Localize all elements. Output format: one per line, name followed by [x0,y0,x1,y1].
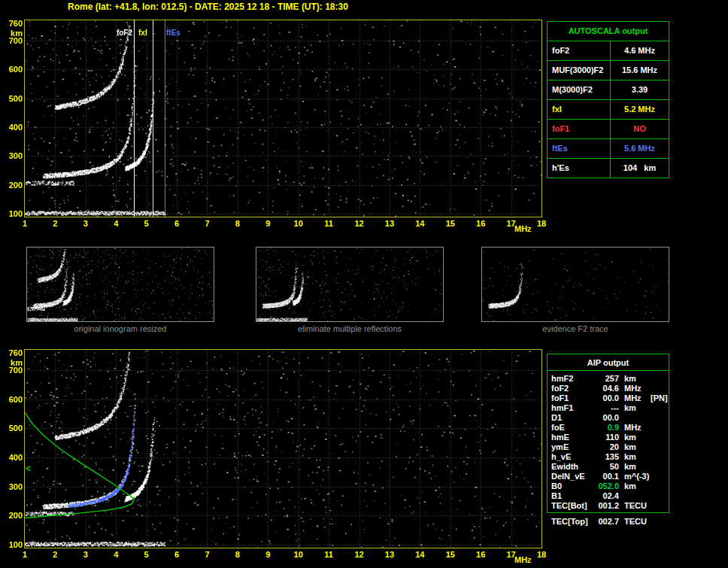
aip-row-hmE: hmE110km [548,433,669,442]
thumbnail-canvas-original [27,248,214,321]
aip-param-label: Ewidth [551,462,593,472]
aip-param-unit: MHz [619,423,651,433]
aip-param-value: --- [593,403,619,413]
autoscala-param-label: foF2 [548,41,611,60]
aip-param-extra [651,517,669,527]
scaled-ionogram-ytick-600: 600 [3,65,23,74]
profile-ionogram-xtick-18: 18 [533,550,550,559]
aip-param-extra [651,442,669,452]
aip-param-extra [651,423,669,433]
aip-param-label: DelN_vE [551,472,593,481]
scaled-ionogram-xtick-14: 14 [411,219,428,228]
aip-param-unit: km [619,462,651,472]
aip-param-extra [651,403,669,413]
scaled-ionogram-xtick-7: 7 [199,219,215,228]
scaled-ionogram-canvas [24,20,542,217]
thumbnail-caption-evidence: evidence F2 trace [481,324,669,333]
aip-row-TEC[Bot]: TEC[Bot]001.2TECU [548,501,669,511]
scaled-ionogram-ytick-760: 760 [3,19,23,28]
autoscala-param-label: ftEs [548,139,611,158]
scaled-ionogram-ytick-400: 400 [3,123,23,132]
aip-row-foF2: foF204.6MHz [548,384,669,393]
profile-left-marker: < [26,465,31,473]
aip-param-label: h_vE [551,452,593,462]
profile-ionogram-xtick-11: 11 [320,550,337,559]
autoscala-param-value: 3.39 [611,80,669,99]
scaled-ionogram-xtick-9: 9 [259,219,276,228]
aip-param-value: 001.2 [593,501,619,511]
autoscala-table-title: AUTOSCALA output [548,22,669,41]
profile-ionogram-xtick-8: 8 [229,550,246,559]
aip-param-extra [651,481,669,491]
aip-param-extra [651,374,669,384]
thumbnail-caption-original: original ionogram resized [26,324,214,333]
scaled-ionogram-xtick-11: 11 [320,219,337,228]
autoscala-param-value: 4.6 MHz [611,41,669,60]
scaled-ionogram-xtick-4: 4 [108,219,124,228]
profile-ionogram-x-unit: MHz [514,555,532,564]
page-title: Rome (lat: +41.8, lon: 012.5) - DATE: 20… [68,2,348,12]
aip-param-value: 00.0 [593,393,619,403]
profile-ionogram-canvas [24,349,542,548]
autoscala-param-value: 15.6 MHz [611,61,669,80]
aip-param-value: 04.6 [593,384,619,393]
profile-ionogram-ytick-700: 700 [3,366,23,375]
scaled-ionogram-xtick-3: 3 [77,219,94,228]
aip-param-unit [619,491,651,501]
aip-param-value: 00.1 [593,472,619,481]
aip-row-hmF1: hmF1---km [548,403,669,413]
aip-param-unit: km [619,442,651,452]
aip-param-label: hmE [551,433,593,442]
aip-param-extra [651,413,669,423]
aip-param-unit: MHz [619,393,651,403]
scaled-ionogram-xtick-1: 1 [17,219,33,228]
aip-param-extra [651,501,669,511]
aip-param-unit: TECU [619,517,651,527]
aip-tec-top-row: TEC[Top]002.7TECU [547,517,669,527]
aip-row-TEC[Top]: TEC[Top]002.7TECU [547,517,669,527]
aip-param-extra: [PN] [651,393,670,403]
aip-param-value: 135 [593,452,619,462]
aip-param-unit: m^(-3) [619,472,651,481]
aip-output-table: AIP output hmF2257kmfoF204.6MHzfoF100.0M… [547,354,669,513]
profile-ionogram-ytick-760: 760 [3,348,23,357]
aip-param-unit: TECU [619,501,651,511]
aip-param-unit: km [619,452,651,462]
autoscala-row-ftEs: ftEs5.6 MHz [548,138,669,158]
autoscala-table-rows: foF24.6 MHzMUF(3000)F215.6 MHzM(3000)F23… [548,41,669,178]
profile-ionogram-xtick-15: 15 [442,550,459,559]
aip-param-extra [651,384,669,393]
scaled-ionogram-x-unit: MHz [514,224,532,233]
aip-row-hmF2: hmF2257km [548,374,669,384]
profile-ionogram-ytick-200: 200 [3,511,23,520]
scaled-ionogram-ytick-500: 500 [3,94,23,103]
autoscala-param-value: 5.2 MHz [611,100,669,119]
aip-param-label: hmF2 [551,374,593,384]
profile-ionogram-xtick-12: 12 [351,550,368,559]
aip-param-label: TEC[Top] [551,517,593,527]
aip-param-unit: km [619,374,651,384]
aip-row-ymE: ymE20km [548,442,669,452]
scaled-ionogram-xtick-15: 15 [442,219,459,228]
profile-ionogram-xtick-7: 7 [199,550,215,559]
aip-param-label: ymE [551,442,593,452]
aip-param-label: foE [551,423,593,433]
autoscala-row-M(3000)F2: M(3000)F23.39 [548,80,669,99]
autoscala-row-h'Es: h'Es104 km [548,158,669,178]
profile-ionogram-xtick-3: 3 [77,550,94,559]
aip-param-extra [651,433,669,442]
aip-param-label: foF1 [551,393,593,403]
autoscala-row-foF2: foF24.6 MHz [548,41,669,60]
profile-ionogram-xtick-1: 1 [17,550,33,559]
autoscala-param-value: 104 km [611,159,669,178]
foF2-marker-label: foF2 [110,29,132,37]
scaled-ionogram-xtick-12: 12 [351,219,368,228]
aip-param-value: 110 [593,433,619,442]
profile-ionogram-y-unit: km [3,358,23,367]
scaled-ionogram-xtick-8: 8 [229,219,246,228]
scaled-ionogram-ytick-100: 100 [3,209,23,218]
scaled-ionogram-xtick-2: 2 [47,219,63,228]
aip-param-unit: km [619,403,651,413]
aip-param-label: B1 [551,491,593,501]
autoscala-param-label: M(3000)F2 [548,80,611,99]
